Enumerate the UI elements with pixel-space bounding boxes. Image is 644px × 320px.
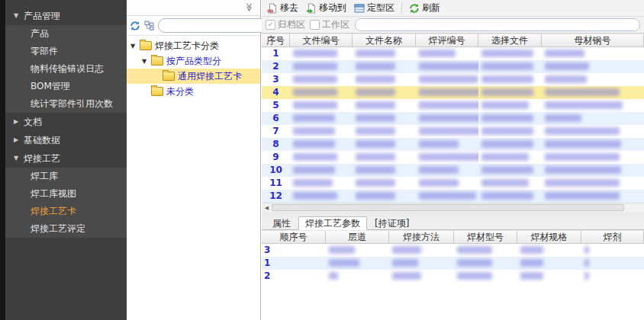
sidebar-item[interactable]: BOM管理: [5, 78, 127, 95]
redacted-text: [419, 50, 456, 57]
table-row[interactable]: 3: [262, 73, 644, 86]
redacted-text: [356, 140, 395, 148]
sidebar: ▼产品管理产品零部件物料传输错误日志BOM管理统计零部件引用次数▶文档▶基础数据…: [0, 0, 127, 320]
redacted-cell: [353, 99, 416, 112]
sidebar-section[interactable]: ▼产品管理: [5, 7, 127, 25]
filter-search-input[interactable]: [355, 18, 640, 31]
redacted-text: [584, 246, 589, 254]
redacted-cell: [542, 190, 644, 203]
sidebar-edge-strip: [0, 0, 5, 320]
redacted-text: [392, 259, 418, 267]
checkbox-icon[interactable]: ✓: [266, 20, 275, 30]
sidebar-section[interactable]: ▶文档: [5, 113, 127, 131]
redacted-cell: [542, 86, 644, 99]
table-row[interactable]: 2: [262, 270, 644, 283]
redacted-text: [356, 127, 395, 135]
redacted-text: [481, 50, 533, 57]
redacted-cell: [517, 270, 581, 283]
tree-search-input[interactable]: [159, 20, 275, 31]
sidebar-item[interactable]: 焊接工艺评定: [5, 220, 127, 238]
sidebar-item[interactable]: 焊工库视图: [5, 185, 127, 203]
redacted-cell: [389, 257, 454, 270]
sidebar-section-label: 产品管理: [24, 7, 60, 25]
redacted-text: [329, 272, 338, 280]
toolbar-button[interactable]: 定型区: [350, 1, 398, 16]
toolbar-button-label: 移动到: [319, 2, 346, 14]
filter-checkbox[interactable]: 工作区: [310, 18, 349, 31]
sidebar-section[interactable]: ▶基础数据: [5, 131, 127, 149]
table-row[interactable]: 9: [262, 151, 644, 164]
redacted-text: [293, 62, 337, 70]
redacted-cell: [478, 138, 542, 151]
sidebar-item[interactable]: 产品: [5, 25, 127, 43]
redacted-text: [520, 246, 543, 254]
tab-item[interactable]: 属性: [266, 217, 297, 229]
redacted-text: [419, 114, 478, 122]
refresh-button[interactable]: 刷新: [405, 1, 444, 16]
sidebar-item[interactable]: 焊工库: [5, 168, 127, 185]
table-row[interactable]: 1: [262, 47, 644, 60]
redacted-text: [293, 192, 337, 200]
redacted-cell: [517, 257, 581, 270]
table-row[interactable]: 10: [262, 164, 644, 177]
redacted-text: [481, 153, 529, 161]
page-remove-icon: [267, 3, 278, 14]
checkbox-icon[interactable]: [310, 20, 320, 30]
chevron-down-icon: ▼: [14, 7, 24, 25]
toolbar-button[interactable]: 移动到: [302, 1, 350, 16]
redacted-text: [545, 101, 623, 109]
tree-hierarchy-icon[interactable]: [144, 20, 154, 31]
column-header: 层道: [326, 231, 389, 244]
redacted-text: [545, 50, 584, 57]
tree-node[interactable]: 未分类: [127, 84, 260, 99]
folder-icon: [140, 41, 152, 50]
redacted-text: [356, 62, 395, 70]
chevron-down-icon[interactable]: ▼: [130, 43, 140, 50]
row-number: 2: [262, 270, 326, 283]
redacted-cell: [542, 60, 644, 73]
redacted-text: [293, 114, 335, 122]
redacted-cell: [353, 151, 416, 164]
sidebar-section[interactable]: ▼焊接工艺: [5, 149, 127, 168]
toolbar-button[interactable]: 移去: [263, 1, 302, 16]
redacted-text: [545, 140, 621, 148]
sidebar-item[interactable]: 零部件: [5, 43, 127, 60]
column-header: 文件编号: [290, 34, 353, 47]
sidebar-item[interactable]: 物料传输错误日志: [5, 60, 127, 78]
redacted-text: [293, 140, 335, 148]
table-row[interactable]: 5: [262, 99, 644, 112]
checkbox-label: 归档区: [278, 18, 305, 31]
tree-node[interactable]: 通用焊接工艺卡: [127, 69, 260, 84]
redacted-cell: [478, 177, 542, 190]
table-row[interactable]: 3: [262, 244, 644, 257]
redacted-text: [481, 88, 533, 96]
table-row[interactable]: 2: [262, 60, 644, 73]
scrollbar-thumb[interactable]: [272, 204, 624, 211]
row-number: 9: [262, 151, 290, 164]
table-row[interactable]: 4: [262, 86, 644, 99]
filter-checkbox[interactable]: ✓归档区: [266, 18, 305, 31]
tab-active[interactable]: 焊接工艺参数: [298, 216, 367, 230]
table-row[interactable]: 1: [262, 257, 644, 270]
table-row[interactable]: 11: [262, 177, 644, 190]
sidebar-item[interactable]: 统计零部件引用次数: [5, 95, 127, 113]
tree-node[interactable]: ▼按产品类型分: [127, 53, 260, 69]
table-row[interactable]: 6: [262, 112, 644, 125]
tree-node[interactable]: ▼焊接工艺卡分类: [127, 38, 260, 53]
scroll-left-arrow-icon[interactable]: ◀: [262, 205, 272, 211]
redacted-text: [545, 153, 620, 161]
table-row[interactable]: 7: [262, 125, 644, 138]
redacted-cell: [542, 151, 644, 164]
sidebar-item[interactable]: 焊接工艺卡: [5, 203, 127, 220]
collapse-panel-icon[interactable]: ≫: [245, 3, 255, 12]
redacted-cell: [290, 138, 353, 151]
chevron-down-icon[interactable]: ▼: [142, 58, 151, 65]
tab-item[interactable]: [持证项]: [369, 217, 415, 229]
column-header: 焊材规格: [517, 231, 581, 244]
redacted-text: [293, 75, 337, 83]
tree-refresh-icon[interactable]: [130, 20, 140, 31]
redacted-text: [293, 179, 333, 187]
table-row[interactable]: 8: [262, 138, 644, 151]
table-row[interactable]: 12: [262, 190, 644, 203]
horizontal-scrollbar[interactable]: ◀: [262, 203, 644, 212]
